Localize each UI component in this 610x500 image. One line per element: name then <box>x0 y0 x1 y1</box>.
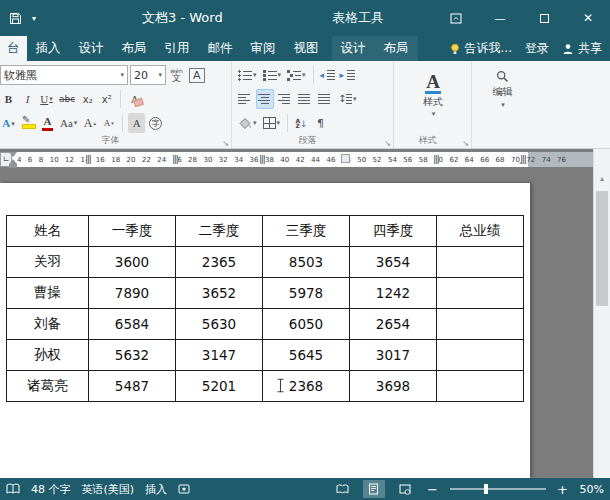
table-cell[interactable] <box>437 340 524 371</box>
table-cell[interactable]: 3654 <box>350 247 437 278</box>
enclose-characters-button[interactable]: 字 <box>147 113 164 133</box>
subscript-button[interactable]: x₂ <box>79 89 96 109</box>
table-cell[interactable]: 3017 <box>350 340 437 371</box>
ribbon-display-options-icon[interactable] <box>434 0 478 36</box>
table-cell[interactable]: 3600 <box>89 247 176 278</box>
table-cell[interactable]: 5201 <box>176 371 263 402</box>
bullets-button[interactable] <box>236 65 259 85</box>
character-border-button[interactable]: A <box>187 65 207 85</box>
table-cell[interactable]: 5645 <box>263 340 350 371</box>
dialog-launcher-icon[interactable] <box>222 139 229 148</box>
table-cell[interactable]: 6584 <box>89 309 176 340</box>
table-column-marker[interactable] <box>86 155 91 164</box>
table-header-cell[interactable]: 一季度 <box>89 216 176 247</box>
scroll-up-icon[interactable] <box>594 171 610 186</box>
multilevel-list-button[interactable] <box>285 65 308 85</box>
table-column-marker[interactable] <box>173 155 178 164</box>
borders-button[interactable] <box>261 113 283 133</box>
table-cell[interactable]: 2365 <box>176 247 263 278</box>
align-center-button[interactable] <box>256 89 274 109</box>
first-line-indent-marker[interactable] <box>9 152 17 157</box>
table-header-cell[interactable]: 三季度 <box>263 216 350 247</box>
document-page[interactable]: 姓名一季度二季度三季度四季度总业绩关羽3600236585033654曹操789… <box>0 183 530 478</box>
table-cell[interactable]: 7890 <box>89 278 176 309</box>
table-cell[interactable] <box>437 371 524 402</box>
table-cell[interactable]: 刘备 <box>7 309 89 340</box>
ribbon-tab[interactable]: 邮件 <box>199 36 242 61</box>
close-button[interactable] <box>566 0 610 36</box>
table-cell[interactable] <box>437 247 524 278</box>
table-cell[interactable]: 关羽 <box>7 247 89 278</box>
zoom-slider-thumb[interactable] <box>484 484 488 494</box>
table-cell[interactable]: 5630 <box>176 309 263 340</box>
change-case-button[interactable]: Aa <box>58 113 79 133</box>
decrease-indent-button[interactable] <box>319 65 337 85</box>
dialog-launcher-icon[interactable] <box>384 139 391 148</box>
distribute-button[interactable] <box>316 89 334 109</box>
zoom-out-button[interactable] <box>425 482 441 497</box>
read-mode-button[interactable] <box>332 480 354 498</box>
italic-button[interactable]: I <box>19 89 36 109</box>
vertical-scrollbar[interactable] <box>593 171 610 478</box>
horizontal-ruler[interactable]: 2468101214161820222426283032343638404244… <box>0 149 610 171</box>
table-cell[interactable]: 曹操 <box>7 278 89 309</box>
minimize-button[interactable] <box>478 0 522 36</box>
table-cell[interactable]: 5632 <box>89 340 176 371</box>
text-effects-button[interactable]: A <box>0 113 17 133</box>
tab-home-active[interactable]: 台 <box>0 36 27 61</box>
superscript-button[interactable]: x² <box>98 89 115 109</box>
shrink-font-button[interactable]: A <box>100 113 117 133</box>
font-color-button[interactable]: A <box>39 113 56 133</box>
text-highlight-button[interactable] <box>19 113 37 133</box>
table-cell[interactable]: 3698 <box>350 371 437 402</box>
grow-font-button[interactable]: A <box>81 113 98 133</box>
context-ribbon-tab[interactable]: 布局 <box>375 36 418 61</box>
ribbon-tab[interactable]: 引用 <box>156 36 199 61</box>
table-column-marker[interactable] <box>521 155 526 164</box>
numbering-button[interactable] <box>261 65 284 85</box>
table-cell[interactable]: 2654 <box>350 309 437 340</box>
proofing-status-button[interactable] <box>6 483 20 495</box>
table-cell[interactable] <box>437 309 524 340</box>
zoom-slider[interactable] <box>450 488 546 490</box>
web-layout-button[interactable] <box>394 480 416 498</box>
show-hide-marks-button[interactable]: ¶ <box>312 113 329 133</box>
font-size-combo[interactable]: 20 <box>130 65 166 85</box>
ribbon-tab[interactable]: 设计 <box>70 36 113 61</box>
table-column-marker[interactable] <box>341 154 350 163</box>
scrollbar-thumb[interactable] <box>596 191 608 306</box>
increase-indent-button[interactable] <box>339 65 357 85</box>
bold-button[interactable]: B <box>0 89 17 109</box>
share-button[interactable]: 共享 <box>562 40 602 57</box>
align-right-button[interactable] <box>276 89 294 109</box>
align-left-button[interactable] <box>236 89 254 109</box>
table-column-marker[interactable] <box>260 155 265 164</box>
shading-button[interactable] <box>236 113 259 133</box>
chevron-down-icon[interactable] <box>120 71 124 79</box>
font-name-combo[interactable]: 软雅黑 <box>0 65 128 85</box>
strikethrough-button[interactable]: abc <box>57 89 77 109</box>
table-header-cell[interactable]: 四季度 <box>350 216 437 247</box>
chevron-down-icon[interactable] <box>158 71 162 79</box>
left-indent-marker[interactable] <box>9 164 17 168</box>
table-cell[interactable]: 1242 <box>350 278 437 309</box>
document-area[interactable]: 姓名一季度二季度三季度四季度总业绩关羽3600236585033654曹操789… <box>0 171 610 478</box>
table-cell[interactable]: 5487 <box>89 371 176 402</box>
table-cell[interactable]: 8503 <box>263 247 350 278</box>
clear-formatting-button[interactable]: A <box>126 89 143 109</box>
styles-gallery-button[interactable]: A 样式 <box>410 64 456 126</box>
tell-me-button[interactable]: 告诉我... <box>449 40 512 57</box>
word-count[interactable]: 48 个字 <box>31 482 71 497</box>
macro-record-button[interactable] <box>178 484 190 494</box>
customize-quick-access-icon[interactable] <box>32 14 36 23</box>
dialog-launcher-icon[interactable] <box>462 139 469 148</box>
editing-button[interactable]: 编辑 <box>476 64 529 109</box>
table-cell[interactable]: 6050 <box>263 309 350 340</box>
table-cell[interactable]: 孙权 <box>7 340 89 371</box>
phonetic-guide-button[interactable]: wén文 <box>168 65 185 85</box>
character-shading-button[interactable]: A <box>128 113 145 133</box>
zoom-level[interactable]: 50% <box>580 483 604 496</box>
table-cell[interactable]: 5978 <box>263 278 350 309</box>
justify-button[interactable] <box>296 89 314 109</box>
ribbon-tab[interactable]: 视图 <box>285 36 328 61</box>
